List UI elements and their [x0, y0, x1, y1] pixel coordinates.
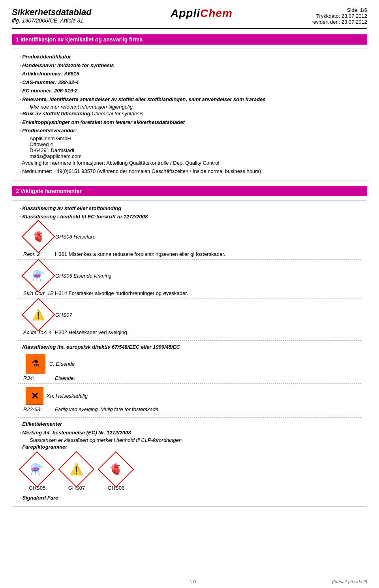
acute-tox-text: H302 Helseskader ved svelging.	[55, 329, 128, 335]
logo-appli: Appli	[171, 7, 200, 19]
skin-corr-line: Skin Corr. 1B H314 Forårsaker alvorlige …	[23, 290, 361, 296]
bottom-ghs07-icon: ⚠️	[63, 456, 90, 483]
signal-label: Signalord Fare	[19, 494, 361, 502]
bottom-ghs08-symbol: 🫀	[109, 464, 123, 475]
separator5b	[18, 417, 361, 418]
ghs05-row: ⚗️ GHS05 Etsende virkning	[26, 263, 361, 289]
logo-area: AppliChem	[171, 7, 233, 20]
footer-no: NO	[190, 579, 196, 584]
classif-label: Klassifisering av stoff eller stoffbland…	[19, 205, 361, 212]
repr2-line: Repr. 2 H361 Mistenkes å kunne redusere …	[23, 251, 361, 257]
ec-label: EC nummer: 206-019-2	[19, 87, 361, 95]
xn-icon: ✕	[26, 387, 43, 405]
section1-title: 1 Identifikasjon av kjemikaliet og ansva…	[16, 36, 143, 43]
bottom-ghs-row: ⚗️ GHS05 ⚠️ GHS07 🫀 GHS	[23, 456, 361, 491]
relevant-text: Ikke noe mer relevant informasjon tilgje…	[30, 104, 361, 110]
separator3b	[18, 340, 361, 341]
cas-label: CAS-nummer: 288-32-4	[19, 79, 361, 86]
r34-line: R34: Etsende.	[23, 375, 361, 381]
title-subtitle: iflg. 1907/2006/CE, Article 31	[12, 17, 92, 24]
section1-header: 1 Identifikasjon av kjemikaliet og ansva…	[12, 34, 367, 45]
company-name: AppliChem GmbH	[30, 135, 361, 141]
bottom-ghs08-icon: 🫀	[102, 456, 130, 483]
section2-header: 2 Viktigste faremomenter	[12, 186, 367, 196]
bottom-ghs08-item: 🫀 GHS08	[102, 456, 130, 491]
etikett-label: Etikettelementer	[19, 420, 361, 428]
bottom-ghs07-item: ⚠️ GHS07	[63, 456, 90, 491]
skin-corr-text: H314 Forårsaker alvorlige hudforbrenning…	[55, 290, 188, 296]
bottom-ghs05-icon: ⚗️	[23, 456, 51, 483]
dept-label: Avdeling for nærmere informasjoner: Abte…	[19, 159, 361, 167]
ghs05-icon: ⚗️	[26, 263, 51, 289]
ghs05-label: GHS05 Etsende virkning	[55, 273, 111, 279]
page-number: Side: 1/6	[311, 7, 367, 13]
c-etsende-label: C; Etsende	[49, 361, 75, 367]
page-header: Sikkerhetsdatablad iflg. 1907/2006/CE, A…	[12, 7, 367, 29]
c-etsende-symbol: ⚗	[32, 359, 39, 369]
c-etsende-row: ⚗ C; Etsende	[26, 354, 361, 374]
relevant-label: Relevante, identifiserte anvendelser av …	[19, 96, 361, 103]
section2-content: Klassifisering av stoff eller stoffbland…	[12, 200, 367, 507]
producer-label: Produsent/leverandør:	[19, 127, 361, 135]
document-title: Sikkerhetsdatablad iflg. 1907/2006/CE, A…	[12, 7, 92, 24]
c-etsende-icon: ⚗	[26, 354, 45, 374]
separator1	[18, 259, 361, 260]
emergency-label: Nødnummer: +49(0)6151 93570 (während der…	[19, 167, 361, 175]
address1: Ottoweg 4	[30, 141, 361, 147]
bottom-ghs07-diamond: ⚠️	[58, 451, 95, 487]
r34-label: R34:	[23, 375, 55, 381]
substansen-text: Substansen er klassifisert og merket i h…	[30, 437, 361, 443]
separator3	[18, 338, 361, 338]
cas-value: 288-32-4	[58, 79, 79, 85]
print-date: Trykkdato: 23.07.2012	[311, 13, 367, 19]
xn-row: ✕ Xn; Helseskadelig	[26, 387, 361, 405]
ghs08-diamond: 🫀	[22, 220, 55, 253]
merking-label: Merking iht. bestemmelse (EC) Nr. 1272/2…	[19, 429, 361, 437]
separator5	[18, 415, 361, 415]
eu-classif-label: Klassifisering iht. europeisk direktiv 6…	[19, 343, 361, 351]
email: msds@applichem.com	[30, 153, 361, 159]
classif-ec-label: Klassifisering i henhold til EC-forskrif…	[19, 213, 361, 221]
ghs07-label: GHS07	[55, 312, 72, 318]
repr2-text: H361 Mistenkes å kunne redusere forplant…	[55, 251, 225, 257]
trade-name-label: Handelsnavn: Imidazole for synthesis	[19, 62, 361, 70]
product-id-label: Produktidentifikator	[19, 53, 361, 61]
xn-label: Xn; Helseskadelig	[47, 393, 88, 399]
ghs05-diamond: ⚗️	[22, 259, 55, 292]
article-no-label: Artikkelnummer: A6615	[19, 70, 361, 78]
applichem-logo: AppliChem	[171, 7, 233, 20]
bottom-ghs05-item: ⚗️ GHS05	[23, 456, 51, 491]
enkelt-label: Enkeltopplysninger om foretaket som leve…	[19, 118, 361, 126]
acute-tox-line: Acute Tox. 4 H302 Helseskader ved svelgi…	[23, 329, 361, 335]
revision-date: revidert den: 23.07.2012	[311, 19, 367, 25]
ghs08-symbol: 🫀	[32, 231, 45, 242]
bottom-ghs05-symbol: ⚗️	[30, 464, 44, 475]
bottom-ghs05-diamond: ⚗️	[19, 451, 55, 487]
ghs08-label: GHS08 Helsefare	[55, 234, 96, 240]
ec-value: 206-019-2	[54, 88, 77, 94]
page: Sikkerhetsdatablad iflg. 1907/2006/CE, A…	[0, 0, 379, 588]
ghs07-row: ⚠️ GHS07	[26, 302, 361, 328]
r22-label: R22-63:	[23, 406, 55, 412]
page-info: Side: 1/6 Trykkdato: 23.07.2012 revidert…	[311, 7, 367, 25]
ghs05-symbol: ⚗️	[32, 271, 45, 281]
r34-text: Etsende.	[55, 375, 75, 381]
ghs07-symbol: ⚠️	[32, 310, 45, 320]
r22-text: Farlig ved svelging. Mulig fare for fost…	[55, 406, 160, 412]
separator2	[18, 299, 361, 299]
separator4	[18, 383, 361, 384]
section2-title: 2 Viktigste faremomenter	[16, 188, 82, 194]
bottom-ghs08-diamond: 🫀	[98, 451, 134, 487]
ghs07-diamond: ⚠️	[22, 298, 55, 331]
farepiktogram-label: Farepiktogrammer	[19, 443, 361, 451]
section1-content: Produktidentifikator Handelsnavn: Imidaz…	[12, 49, 367, 180]
ghs08-row: 🫀 GHS08 Helsefare	[26, 224, 361, 250]
title-main: Sikkerhetsdatablad	[12, 7, 92, 17]
ghs08-icon: 🫀	[26, 224, 51, 250]
r22-line: R22-63: Farlig ved svelging. Mulig fare …	[23, 406, 361, 412]
use-label: Bruk av stoffet/ tilberedning Chemical f…	[19, 110, 361, 118]
xn-symbol: ✕	[31, 391, 39, 402]
ghs07-icon: ⚠️	[26, 302, 51, 328]
address2: D-64291 Darmstadt	[30, 147, 361, 153]
footer-continued: (fortsatt på side 2)	[332, 579, 367, 584]
